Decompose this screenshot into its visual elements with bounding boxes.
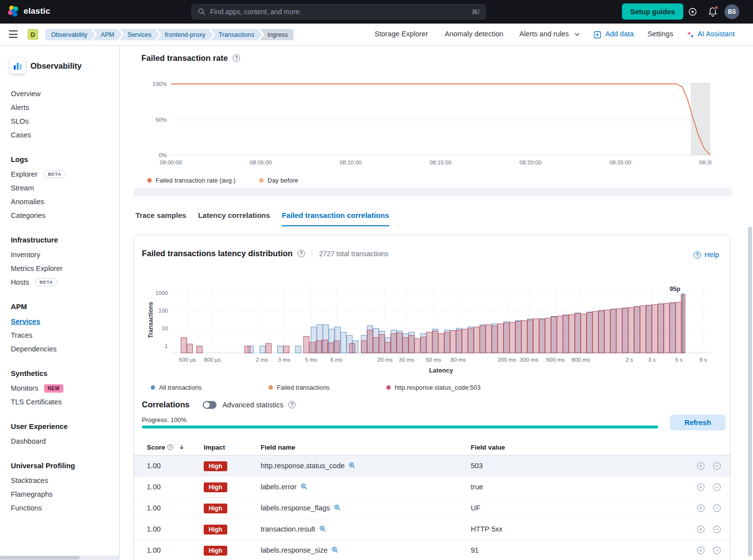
settings-link[interactable]: Settings (647, 30, 673, 38)
global-search-input[interactable]: Find apps, content, and more. ⌘/ (191, 4, 486, 20)
notifications-icon[interactable] (708, 7, 718, 17)
breadcrumb-apm[interactable]: APM (93, 29, 122, 40)
failed-transaction-rate-title: Failed transaction rate (141, 53, 228, 63)
sidebar-item-dependencies[interactable]: Dependencies (11, 345, 56, 353)
sidebar-scrollbar[interactable] (0, 556, 80, 560)
inspect-icon[interactable] (300, 484, 308, 492)
svg-text:8 s: 8 s (699, 357, 707, 363)
vertical-scrollbar[interactable] (748, 227, 752, 557)
guided-setup-icon[interactable] (688, 7, 698, 17)
sidebar-item-traces[interactable]: Traces (11, 331, 32, 340)
sidebar-item-slos[interactable]: SLOs (11, 117, 29, 126)
svg-text:3 ms: 3 ms (278, 357, 290, 363)
advanced-statistics-toggle[interactable] (203, 401, 216, 409)
space-badge[interactable]: D (27, 29, 38, 40)
ai-assistant-link[interactable]: AI Assistant (698, 30, 735, 38)
sidebar-item-services[interactable]: Services (11, 318, 40, 326)
tab-trace-samples[interactable]: Trace samples (135, 211, 186, 226)
setup-guides-button[interactable]: Setup guides (622, 3, 683, 20)
column-header-impact: Impact (204, 444, 225, 451)
svg-text:5 s: 5 s (675, 357, 683, 363)
breadcrumb-observability[interactable]: Observability (45, 29, 95, 40)
table-row: 1.00 High labels.response_size 91 (134, 540, 730, 560)
filter-out-value-icon[interactable] (713, 525, 721, 533)
legend-item-all-transactions[interactable]: All transactions (151, 384, 202, 391)
breadcrumb: Observability APM Services frontend-prox… (45, 29, 294, 40)
filter-for-value-icon[interactable] (697, 525, 705, 533)
filter-for-value-icon[interactable] (697, 504, 705, 512)
info-icon[interactable] (167, 444, 173, 450)
svg-text:2 s: 2 s (625, 357, 633, 363)
field-value-cell: 91 (471, 540, 479, 560)
inspect-icon[interactable] (349, 463, 356, 471)
alerts-and-rules-menu[interactable]: Alerts and rules (519, 30, 580, 38)
add-data-link[interactable]: Add data (605, 30, 634, 38)
breadcrumb-transactions[interactable]: Transactions (211, 29, 262, 40)
breadcrumb-services[interactable]: Services (120, 29, 160, 40)
legend-item-status-code-503[interactable]: http.response.status_code:503 (386, 384, 481, 391)
legend-item-failed-transactions[interactable]: Failed transactions (269, 384, 329, 391)
score-cell: 1.00 (147, 455, 161, 477)
svg-text:10: 10 (161, 325, 168, 331)
legend-item-failed-rate[interactable]: Failed transaction rate (avg.) (147, 177, 236, 184)
anomaly-detection-link[interactable]: Anomaly detection (445, 30, 503, 38)
sidebar-item-cases[interactable]: Cases (11, 131, 31, 139)
info-icon[interactable] (288, 401, 296, 408)
info-icon[interactable] (297, 250, 305, 257)
legend-item-day-before[interactable]: Day before (259, 177, 298, 184)
user-avatar[interactable]: BS (725, 4, 739, 19)
svg-text:30 ms: 30 ms (399, 357, 414, 363)
filter-out-value-icon[interactable] (713, 462, 721, 470)
sidebar-item-categories[interactable]: Categories (11, 212, 46, 220)
sidebar-item-dashboard[interactable]: Dashboard (11, 437, 46, 446)
svg-text:50%: 50% (156, 117, 167, 123)
sidebar-item-stream[interactable]: Stream (11, 184, 34, 192)
storage-explorer-link[interactable]: Storage Explorer (375, 30, 428, 38)
score-cell: 1.00 (147, 498, 161, 519)
inspect-icon[interactable] (331, 547, 339, 555)
sidebar-item-hosts[interactable]: Hosts BETA (11, 278, 57, 287)
column-header-score[interactable]: Score (147, 444, 185, 451)
field-value-cell: HTTP 5xx (471, 519, 503, 540)
help-icon (694, 251, 701, 259)
sidebar-item-explorer[interactable]: Explorer BETA (11, 170, 66, 179)
elastic-logo[interactable]: elastic (7, 5, 50, 18)
inspect-icon[interactable] (319, 526, 326, 534)
filter-for-value-icon[interactable] (697, 483, 705, 491)
help-link[interactable]: Help (694, 251, 719, 259)
breadcrumb-frontend-proxy[interactable]: frontend-proxy (157, 29, 214, 40)
svg-text:08:15:00: 08:15:00 (430, 160, 452, 165)
sidebar-item-functions[interactable]: Functions (11, 504, 42, 512)
sidebar-item-inventory[interactable]: Inventory (11, 251, 40, 259)
inspect-icon[interactable] (334, 505, 341, 513)
refresh-button[interactable]: Refresh (670, 415, 726, 430)
field-name-cell: labels.response_size (261, 546, 327, 554)
sidebar-item-monitors[interactable]: Monitors NEW (11, 384, 63, 393)
menu-icon[interactable] (9, 30, 18, 38)
sidebar-item-anomalies[interactable]: Anomalies (11, 198, 44, 206)
tab-failed-transaction-correlations[interactable]: Failed transaction correlations (282, 211, 389, 226)
filter-out-value-icon[interactable] (713, 546, 721, 555)
sidebar-item-alerts[interactable]: Alerts (11, 104, 29, 112)
svg-text:300 ms: 300 ms (520, 357, 538, 363)
sidebar-item-stacktraces[interactable]: Stacktraces (11, 477, 48, 485)
filter-for-value-icon[interactable] (697, 546, 705, 555)
progress-label: Progress: 100% (142, 416, 187, 424)
info-icon[interactable] (233, 54, 240, 62)
sidebar-item-overview[interactable]: Overview (11, 90, 41, 98)
solution-title-label: Observability (30, 61, 82, 71)
filter-for-value-icon[interactable] (697, 462, 705, 470)
breadcrumb-ingress[interactable]: ingress (260, 29, 294, 40)
score-cell: 1.00 (147, 540, 161, 560)
total-transactions-label: 2727 total transactions (319, 250, 388, 258)
sidebar-item-metrics-explorer[interactable]: Metrics Explorer (11, 265, 62, 273)
filter-out-value-icon[interactable] (713, 504, 721, 512)
filter-out-value-icon[interactable] (713, 483, 721, 491)
sidebar-item-flamegraphs[interactable]: Flamegraphs (11, 490, 53, 499)
svg-text:08:05:00: 08:05:00 (250, 160, 272, 165)
svg-text:95p: 95p (670, 286, 680, 293)
sidebar-item-tls-certificates[interactable]: TLS Certificates (11, 398, 62, 406)
tab-latency-correlations[interactable]: Latency correlations (198, 211, 270, 226)
sidebar-scrollbar-track (0, 556, 120, 560)
rate-chart-legend: Failed transaction rate (avg.) Day befor… (147, 177, 298, 184)
